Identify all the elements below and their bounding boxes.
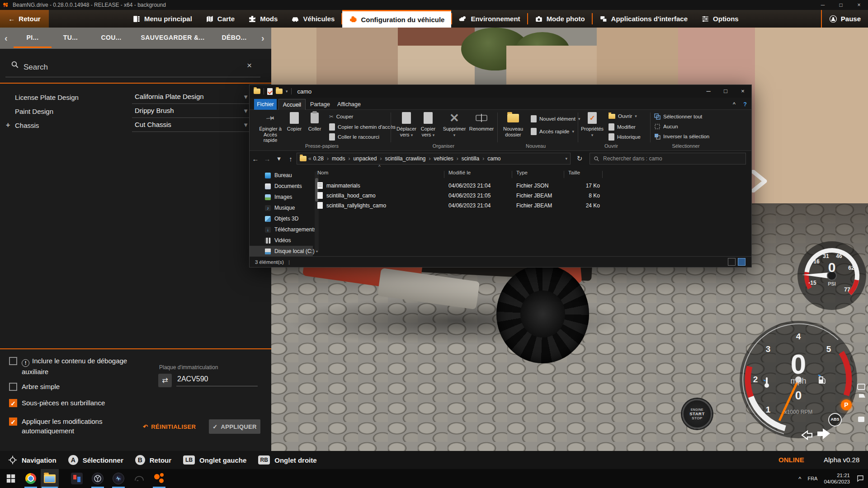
crumb-vehicles[interactable]: vehicles xyxy=(434,155,453,162)
turn-signal-icons[interactable] xyxy=(800,427,832,443)
checkbox-apply-automatically[interactable]: ✓ Appliquer les modifications automatiqu… xyxy=(9,417,145,436)
delete-button[interactable]: ✕ Supprimer ▾ xyxy=(441,111,467,138)
checkbox-simple-tree[interactable]: Arbre simple xyxy=(9,382,145,391)
taskbar-app-4[interactable] xyxy=(130,469,148,488)
checkbox-unchecked[interactable] xyxy=(9,357,17,365)
nav-item-musique[interactable]: ♪Musique xyxy=(250,202,313,213)
menu-item-ui-apps[interactable]: Applications d'interface xyxy=(593,10,694,28)
menu-item-main[interactable]: Menu principal xyxy=(126,10,199,28)
crumb-camo[interactable]: camo xyxy=(487,155,500,162)
tab-accueil[interactable]: Accueil xyxy=(278,99,306,110)
checkbox-highlight-subparts[interactable]: ✓ Sous-pièces en surbrillance xyxy=(9,398,145,408)
open-button[interactable]: Ouvrir▾ xyxy=(609,113,637,119)
tray-expand-icon[interactable]: ^ xyxy=(798,475,801,482)
pin-quick-access-button[interactable]: 📌︎ Épingler à Accès rapide xyxy=(258,111,283,143)
refresh-icon[interactable]: ↻ xyxy=(573,153,586,164)
paste-button[interactable]: Coller xyxy=(305,111,325,132)
nav-item-bureau[interactable]: Bureau xyxy=(250,170,313,181)
plate-input[interactable] xyxy=(176,375,258,386)
engine-start-stop-button[interactable]: ENGINE START STOP xyxy=(682,399,712,429)
breadcrumb-overflow-icon[interactable]: « xyxy=(308,155,311,162)
part-select-chassis[interactable]: Cut Chassis ▼ xyxy=(132,118,251,132)
parts-search-input[interactable] xyxy=(23,62,235,72)
crumb-0.28[interactable]: 0.28 xyxy=(313,155,324,162)
properties-button[interactable]: ✓ Propriétés ▾ xyxy=(580,111,604,138)
tab-fichier[interactable]: Fichier xyxy=(254,99,277,110)
taskbar-chrome[interactable] xyxy=(22,469,40,488)
explorer-maximize-button[interactable]: □ xyxy=(717,85,734,98)
reset-button[interactable]: ↶ RÉINITIALISER xyxy=(143,419,196,434)
quick-access-customize-icon[interactable]: ▾ xyxy=(286,89,288,94)
help-icon[interactable]: ? xyxy=(741,99,750,110)
tabs-scroll-right-icon[interactable]: › xyxy=(261,33,264,43)
copy-to-button[interactable]: Copier vers ▾ xyxy=(416,111,440,138)
explorer-titlebar[interactable]: ▾ camo ─ □ × xyxy=(250,85,751,98)
taskbar-clock[interactable]: 21:21 04/06/2023 xyxy=(824,472,850,485)
tab-affichage[interactable]: Affichage xyxy=(335,99,363,110)
part-select-license-plate[interactable]: California Plate Design ▼ xyxy=(132,90,251,104)
explorer-close-button[interactable]: × xyxy=(734,85,751,98)
notifications-icon[interactable] xyxy=(856,474,864,483)
crumb-unpacked[interactable]: unpacked xyxy=(353,155,377,162)
search-clear-icon[interactable]: × xyxy=(247,61,252,70)
column-header-modifie[interactable]: Modifié le xyxy=(448,170,471,175)
menu-item-options[interactable]: Options xyxy=(694,10,745,28)
new-item-button[interactable]: Nouvel élément▾ xyxy=(531,115,580,122)
column-header-type[interactable]: Type xyxy=(516,170,528,175)
nav-item-objets-3d[interactable]: Objets 3D xyxy=(250,213,313,224)
checkbox-checked[interactable]: ✓ xyxy=(9,399,17,407)
expand-plus-icon[interactable]: + xyxy=(6,121,10,129)
checkbox-debug-content[interactable]: !Inclure le contenu de débogage auxiliai… xyxy=(9,356,145,376)
menu-item-photo-mode[interactable]: Mode photo xyxy=(528,10,592,28)
maximize-button[interactable]: □ xyxy=(832,0,850,10)
crumb-scintilla-crawling[interactable]: scintilla_crawling xyxy=(385,155,425,162)
nav-item-documents[interactable]: Documents xyxy=(250,181,313,192)
nav-item-disque-local-c[interactable]: Disque local (C:) xyxy=(250,246,313,257)
address-dropdown-icon[interactable]: ▾ xyxy=(565,156,567,161)
tab-debogage[interactable]: DÉBO... xyxy=(222,34,247,41)
nav-item-telechargements[interactable]: ↓Téléchargements xyxy=(250,224,313,235)
nav-back-icon[interactable]: ← xyxy=(250,155,261,163)
tab-sauvegarder[interactable]: SAUVEGARDER &... xyxy=(141,34,205,41)
tab-partage[interactable]: Partage xyxy=(307,99,333,110)
scene-next-arrow-icon[interactable] xyxy=(750,170,769,192)
menu-item-environment[interactable]: Environnement xyxy=(452,10,527,28)
tab-couleur[interactable]: COU... xyxy=(101,34,121,41)
start-button[interactable] xyxy=(2,469,20,488)
taskbar-app-2[interactable] xyxy=(89,469,107,488)
select-none-button[interactable]: Aucun xyxy=(654,123,678,130)
back-button[interactable]: ← Retour xyxy=(0,10,49,28)
ribbon-collapse-icon[interactable]: ^ xyxy=(729,99,740,110)
taskbar-app-3[interactable] xyxy=(109,469,127,488)
paste-shortcut-button[interactable]: Coller le raccourci xyxy=(329,133,379,141)
checkbox-unchecked[interactable] xyxy=(9,383,17,391)
menu-item-mods[interactable]: Mods xyxy=(241,10,284,28)
tab-pieces[interactable]: PI... xyxy=(27,34,39,41)
details-view-icon[interactable] xyxy=(728,258,736,266)
tab-tuning[interactable]: TU... xyxy=(63,34,78,41)
cut-button[interactable]: ✂ Couper xyxy=(329,113,353,120)
taskbar-beamng[interactable] xyxy=(150,469,168,488)
crumb-mods[interactable]: mods xyxy=(332,155,345,162)
menu-item-vehicles[interactable]: Véhicules xyxy=(284,10,341,28)
file-row[interactable]: mainmaterials xyxy=(317,181,360,190)
history-button[interactable]: Historique xyxy=(609,133,641,141)
column-header-taille[interactable]: Taille xyxy=(568,170,580,175)
select-all-button[interactable]: Sélectionner tout xyxy=(654,113,702,120)
checkbox-checked[interactable]: ✓ xyxy=(9,418,17,426)
quick-access-button[interactable]: Accès rapide▾ xyxy=(531,128,574,135)
explorer-search-input[interactable] xyxy=(602,155,742,162)
part-select-paint[interactable]: Drippy Brush ▼ xyxy=(132,104,251,118)
invert-selection-button[interactable]: Inverser la sélection xyxy=(654,133,709,140)
breadcrumb[interactable]: « 0.28› mods› unpacked› scintilla_crawli… xyxy=(297,153,571,164)
file-row[interactable]: scintilla_hood_camo xyxy=(317,191,376,200)
explorer-minimize-button[interactable]: ─ xyxy=(700,85,717,98)
file-row[interactable]: scintilla_rallylights_camo xyxy=(317,201,386,210)
quick-access-newfolder-icon[interactable] xyxy=(276,89,283,94)
close-button[interactable]: × xyxy=(850,0,868,10)
taskbar-explorer[interactable] xyxy=(41,469,59,488)
crumb-scintilla[interactable]: scintilla xyxy=(462,155,479,162)
language-indicator[interactable]: FRA xyxy=(807,476,817,481)
minimize-button[interactable]: ─ xyxy=(814,0,832,10)
nav-forward-icon[interactable]: → xyxy=(261,155,273,163)
